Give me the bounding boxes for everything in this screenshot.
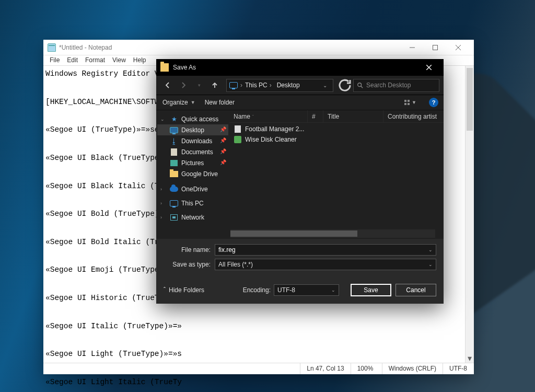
maximize-button[interactable]	[424, 40, 447, 55]
cloud-icon	[170, 186, 178, 193]
tree-google-drive[interactable]: Google Drive	[157, 168, 228, 179]
refresh-button[interactable]	[338, 79, 352, 92]
dialog-close-button[interactable]	[418, 59, 439, 76]
download-icon: ⭳	[170, 137, 178, 145]
monitor-icon	[170, 200, 178, 207]
chevron-right-icon[interactable]: ›	[160, 215, 167, 220]
list-item[interactable]: Wise Disk Cleaner	[230, 134, 443, 145]
hide-folders-button[interactable]: ˆ Hide Folders	[164, 286, 204, 294]
tree-documents[interactable]: Documents 📌	[157, 146, 228, 157]
new-folder-button[interactable]: New folder	[204, 97, 236, 108]
column-name[interactable]: Nameˆ	[229, 110, 308, 122]
column-title[interactable]: Title	[323, 110, 383, 122]
chevron-up-icon: ˆ	[164, 286, 166, 294]
file-icon	[234, 125, 242, 133]
nav-recent-dropdown[interactable]: ▾	[192, 78, 206, 92]
savetype-label: Save as type:	[164, 261, 211, 268]
view-options-button[interactable]: ▼	[404, 100, 416, 105]
organize-button[interactable]: Organize▼	[161, 97, 196, 108]
menu-view[interactable]: View	[109, 55, 129, 65]
chevron-down-icon[interactable]: ⌄	[331, 287, 335, 293]
vertical-scrollbar[interactable]: ▴ ▾	[465, 66, 474, 363]
notepad-icon	[48, 43, 56, 52]
chevron-right-icon[interactable]: ›	[160, 187, 167, 192]
save-button[interactable]: Save	[351, 284, 391, 296]
network-icon	[170, 214, 178, 221]
desktop-icon	[170, 126, 178, 134]
column-number[interactable]: #	[308, 110, 323, 122]
search-placeholder: Search Desktop	[366, 82, 411, 89]
dialog-actions: ˆ Hide Folders Encoding: UTF-8 ⌄ Save Ca…	[156, 279, 444, 304]
nav-forward-button[interactable]	[176, 78, 191, 92]
pin-icon: 📌	[220, 137, 226, 143]
chevron-down-icon[interactable]: ⌄	[319, 83, 331, 88]
scroll-down-icon[interactable]: ▾	[466, 354, 474, 363]
tree-onedrive[interactable]: › OneDrive	[157, 183, 228, 194]
search-input[interactable]: Search Desktop	[353, 79, 439, 92]
encoding-select[interactable]: UTF-8 ⌄	[274, 284, 339, 296]
document-icon	[170, 148, 178, 156]
breadcrumb-thispc[interactable]: This PC›	[242, 82, 274, 89]
savetype-select[interactable]: All Files (*.*) ⌄	[215, 259, 436, 270]
cancel-button[interactable]: Cancel	[396, 284, 436, 296]
dialog-title: Save As	[173, 64, 196, 71]
menu-file[interactable]: File	[46, 55, 63, 65]
column-headers: Nameˆ # Title Contributing artist	[229, 110, 444, 123]
help-button[interactable]: ?	[429, 98, 438, 107]
pin-icon: 📌	[220, 126, 226, 132]
tree-this-pc[interactable]: › This PC	[157, 198, 228, 209]
tree-downloads[interactable]: ⭳ Downloads 📌	[157, 135, 228, 146]
pin-icon: 📌	[220, 159, 226, 165]
list-item[interactable]: Football Manager 2...	[230, 124, 443, 134]
chevron-down-icon[interactable]: ⌄	[428, 247, 433, 252]
folder-icon	[160, 63, 169, 72]
file-list: Nameˆ # Title Contributing artist Footba…	[229, 110, 444, 239]
view-grid-icon	[404, 100, 410, 105]
tree-desktop[interactable]: Desktop 📌	[157, 124, 228, 135]
breadcrumb-bar[interactable]: › This PC› Desktop ⌄	[226, 79, 333, 92]
tree-network[interactable]: › Network	[157, 212, 228, 223]
chevron-down-icon[interactable]: ⌄	[428, 262, 433, 267]
chevron-down-icon[interactable]: ⌄	[160, 117, 167, 122]
scrollbar-thumb[interactable]	[467, 68, 473, 131]
nav-up-button[interactable]	[207, 78, 222, 92]
dialog-titlebar[interactable]: Save As	[156, 59, 444, 76]
filename-input[interactable]: fix.reg ⌄	[215, 244, 436, 256]
star-icon: ★	[170, 116, 178, 123]
dialog-form: File name: fix.reg ⌄ Save as type: All F…	[156, 239, 444, 279]
chevron-right-icon[interactable]: ›	[160, 201, 167, 206]
svg-rect-0	[433, 45, 438, 50]
menu-edit[interactable]: Edit	[64, 55, 81, 65]
menu-help[interactable]: Help	[130, 55, 149, 65]
encoding-label: Encoding:	[243, 286, 271, 294]
folder-tree[interactable]: ⌄ ★ Quick access Desktop 📌 ⭳ Downloads 📌…	[156, 110, 229, 239]
svg-point-1	[358, 83, 362, 87]
scrollbar-thumb[interactable]	[230, 230, 357, 237]
notepad-title: *Untitled - Notepad	[59, 44, 112, 51]
picture-icon	[170, 159, 178, 167]
column-artist[interactable]: Contributing artist	[383, 110, 444, 122]
dialog-navbar: ▾ › This PC› Desktop ⌄ Search Desktop	[156, 76, 444, 95]
close-button[interactable]	[447, 40, 470, 55]
chevron-up-icon: ˆ	[252, 114, 254, 119]
dialog-toolbar: Organize▼ New folder ▼ ?	[156, 95, 444, 110]
pin-icon: 📌	[220, 148, 226, 154]
app-icon	[234, 136, 242, 143]
menu-format[interactable]: Format	[82, 55, 108, 65]
notepad-titlebar[interactable]: *Untitled - Notepad	[43, 40, 474, 55]
nav-back-button[interactable]	[160, 78, 175, 92]
filename-label: File name:	[164, 246, 211, 253]
tree-quick-access[interactable]: ⌄ ★ Quick access	[157, 113, 228, 124]
folder-icon	[170, 170, 178, 178]
horizontal-scrollbar[interactable]	[230, 229, 435, 238]
monitor-icon	[229, 81, 238, 89]
breadcrumb-desktop[interactable]: Desktop	[274, 82, 303, 89]
save-as-dialog: Save As ▾ › This PC› Desktop ⌄ Search De…	[156, 59, 444, 304]
tree-pictures[interactable]: Pictures 📌	[157, 157, 228, 168]
minimize-button[interactable]	[401, 40, 424, 55]
search-icon	[357, 82, 363, 88]
